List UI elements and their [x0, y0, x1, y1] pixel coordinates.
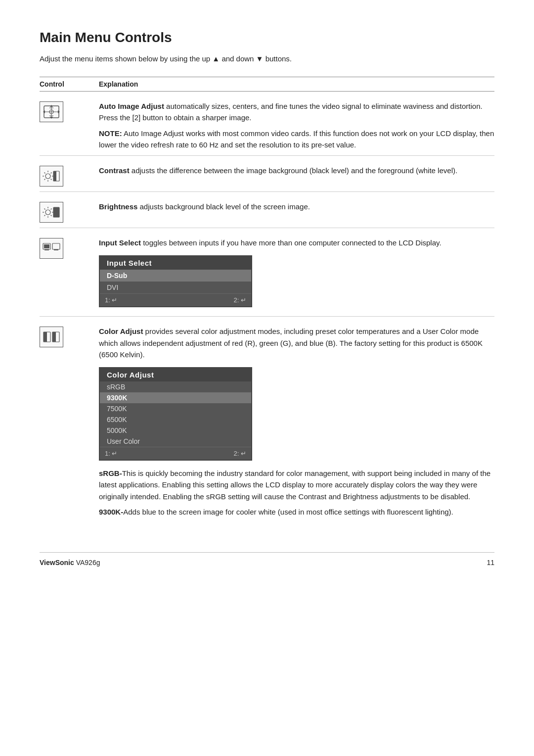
- svg-rect-37: [44, 332, 47, 342]
- footer-brand: ViewSonic: [40, 559, 74, 567]
- header-control: Control: [40, 80, 99, 88]
- table-row: Brightness adjusts background black leve…: [40, 192, 494, 228]
- svg-rect-39: [52, 332, 56, 342]
- table-row: Auto Image Adjust automatically sizes, c…: [40, 92, 494, 156]
- input-select-icon: [40, 238, 63, 259]
- srgb-para: sRGB-This is quickly becoming the indust…: [99, 468, 494, 502]
- intro-text: Adjust the menu items shown below by usi…: [40, 54, 494, 63]
- header-explanation: Explanation: [99, 80, 138, 88]
- svg-rect-30: [53, 207, 59, 217]
- svg-rect-20: [53, 171, 56, 181]
- 9300k-para: 9300K-Adds blue to the screen image for …: [99, 506, 494, 518]
- color-adjust-icon: [40, 327, 63, 347]
- input-select-explanation: Input Select toggles between inputs if y…: [99, 237, 494, 311]
- svg-line-26: [44, 209, 45, 210]
- icon-cell-color-adjust: [40, 326, 99, 347]
- input-select-item-dsub: D-Sub: [100, 270, 251, 282]
- page-title: Main Menu Controls: [40, 30, 494, 46]
- brightness-icon: [40, 202, 63, 223]
- icon-cell-input: [40, 237, 99, 259]
- svg-rect-33: [52, 243, 60, 249]
- auto-image-para1: Auto Image Adjust automatically sizes, c…: [99, 100, 494, 124]
- color-adjust-item-6500k: 6500K: [100, 414, 251, 425]
- color-adjust-para1: Color Adjust provides several color adju…: [99, 326, 494, 360]
- svg-line-28: [44, 215, 45, 216]
- auto-image-para2: NOTE: Auto Image Adjust works with most …: [99, 128, 494, 151]
- svg-line-29: [51, 209, 52, 210]
- input-select-osd: Input Select D-Sub DVI 1: ↵ 2: ↵: [99, 255, 252, 307]
- svg-rect-34: [54, 249, 58, 250]
- osd-footer-right: 2: ↵: [234, 296, 246, 304]
- table-row: Contrast adjusts the difference between …: [40, 156, 494, 192]
- color-adjust-item-9300k: 9300K: [100, 392, 251, 403]
- svg-point-10: [45, 174, 50, 179]
- footer: ViewSonic VA926g 11: [40, 552, 494, 567]
- svg-rect-32: [44, 249, 49, 250]
- color-adjust-item-user-color: User Color: [100, 436, 251, 447]
- icon-cell-auto-image: [40, 100, 99, 122]
- input-select-osd-footer: 1: ↵ 2: ↵: [100, 293, 251, 306]
- table-header: Control Explanation: [40, 77, 494, 92]
- auto-image-explanation: Auto Image Adjust automatically sizes, c…: [99, 100, 494, 150]
- footer-model: VA926g: [76, 559, 100, 567]
- footer-page: 11: [487, 559, 494, 567]
- color-adjust-item-srgb: sRGB: [100, 381, 251, 392]
- contrast-explanation: Contrast adjusts the difference between …: [99, 165, 494, 176]
- osd-footer-left: 1: ↵: [105, 296, 117, 304]
- icon-cell-brightness: [40, 201, 99, 223]
- color-adjust-item-5000k: 5000K: [100, 425, 251, 436]
- color-adjust-osd: Color Adjust sRGB 9300K 7500K 6500K 5000…: [99, 367, 252, 461]
- input-select-osd-title: Input Select: [100, 256, 251, 270]
- svg-line-27: [51, 215, 52, 216]
- brightness-explanation: Brightness adjusts background black leve…: [99, 201, 494, 212]
- and-down-text: and down: [222, 54, 254, 63]
- color-adjust-item-7500k: 7500K: [100, 403, 251, 414]
- color-adjust-explanation: Color Adjust provides several color adju…: [99, 326, 494, 518]
- svg-point-21: [45, 210, 50, 215]
- color-adjust-osd-title: Color Adjust: [100, 368, 251, 381]
- svg-line-17: [44, 179, 45, 180]
- svg-line-15: [44, 173, 45, 174]
- svg-line-18: [51, 173, 52, 174]
- color-adjust-osd-footer: 1: ↵ 2: ↵: [100, 447, 251, 460]
- table-row: Color Adjust provides several color adju…: [40, 317, 494, 522]
- osd-footer-left: 1: ↵: [105, 450, 117, 457]
- brightness-para1: Brightness adjusts background black leve…: [99, 201, 494, 212]
- svg-line-16: [51, 179, 52, 180]
- input-select-item-dvi: DVI: [100, 282, 251, 293]
- icon-cell-contrast: [40, 165, 99, 187]
- table-row: Input Select toggles between inputs if y…: [40, 228, 494, 317]
- svg-rect-35: [44, 244, 49, 248]
- osd-footer-right: 2: ↵: [234, 450, 246, 457]
- contrast-para1: Contrast adjusts the difference between …: [99, 165, 494, 176]
- auto-image-icon: [40, 101, 63, 122]
- footer-brand-model: ViewSonic VA926g: [40, 559, 100, 567]
- contrast-icon: [40, 166, 63, 187]
- input-select-para1: Input Select toggles between inputs if y…: [99, 237, 494, 248]
